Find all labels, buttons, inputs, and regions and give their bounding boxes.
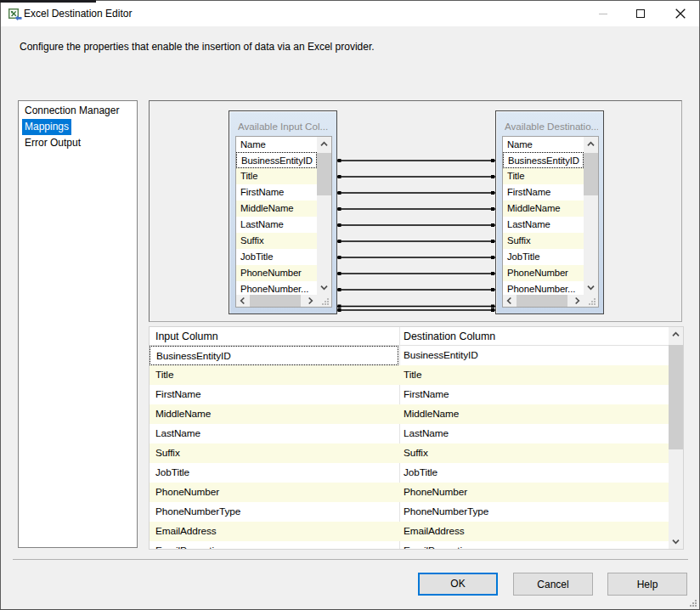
scrollbar-thumb[interactable] <box>669 345 683 449</box>
available-input-columns-box: Available Input Col... NameBusinessEntit… <box>229 110 337 314</box>
close-button[interactable] <box>668 1 693 26</box>
nav-item-mappings[interactable]: Mappings <box>19 119 137 135</box>
mapping-diagram-panel: Available Input Col... NameBusinessEntit… <box>149 100 682 322</box>
scroll-down-icon[interactable] <box>669 534 683 549</box>
bottom-separator <box>13 559 688 560</box>
grid-vertical-scrollbar[interactable] <box>669 327 683 549</box>
maximize-icon <box>636 9 645 18</box>
column-list-item[interactable]: FirstName <box>236 184 317 201</box>
nav-item-label: Connection Manager <box>22 103 121 119</box>
column-list-item[interactable]: LastName <box>503 217 584 233</box>
grid-row: LastNameLastName <box>150 424 669 443</box>
grip-dot <box>322 303 324 305</box>
column-list-item[interactable]: JobTitle <box>236 249 317 265</box>
grid-cell-input[interactable]: JobTitle <box>150 463 398 483</box>
grid-cell-destination[interactable]: MiddleName <box>401 404 667 424</box>
grid-row: MiddleNameMiddleName <box>150 404 669 424</box>
grip-dot <box>589 303 590 305</box>
scroll-left-icon[interactable] <box>236 295 249 307</box>
maximize-button[interactable] <box>629 1 653 26</box>
column-list-item[interactable]: Suffix <box>236 233 317 249</box>
grid-cell-input[interactable]: PhoneNumberType <box>150 502 398 522</box>
column-list-item[interactable]: BusinessEntityID <box>236 152 317 168</box>
grid-cell-input[interactable]: EmailAddress <box>150 522 398 541</box>
grid-cell-input[interactable]: LastName <box>150 424 398 443</box>
column-list-item[interactable]: JobTitle <box>503 249 584 265</box>
scroll-up-icon[interactable] <box>669 327 683 342</box>
input-list-horizontal-scrollbar[interactable] <box>236 295 317 307</box>
grid-cell-input[interactable]: Title <box>150 365 398 385</box>
grip-dot <box>591 301 593 302</box>
column-list-item[interactable]: PhoneNumber... <box>236 281 317 295</box>
destination-list-vertical-scrollbar[interactable] <box>584 137 598 295</box>
destination-box-title: Available Destinatio... <box>505 118 598 135</box>
list-resize-grip <box>317 295 331 307</box>
grid-row: TitleTitle <box>150 365 669 385</box>
scroll-right-icon[interactable] <box>304 295 317 307</box>
column-list-item[interactable]: BusinessEntityID <box>503 152 584 168</box>
column-list-item[interactable]: Title <box>236 168 317 184</box>
grid-cell-input[interactable]: EmailPromotion <box>150 541 398 550</box>
destination-columns-rows: NameBusinessEntityIDTitleFirstNameMiddle… <box>503 137 584 295</box>
window-resize-grip[interactable] <box>690 600 698 608</box>
grid-cell-input[interactable]: FirstName <box>150 385 398 404</box>
scroll-up-icon[interactable] <box>317 137 331 151</box>
cancel-button[interactable]: Cancel <box>513 573 593 596</box>
grid-cell-input[interactable]: PhoneNumber <box>150 483 398 502</box>
grid-row: PhoneNumberPhoneNumber <box>150 483 669 502</box>
grid-cell-input[interactable]: BusinessEntityID <box>150 346 398 365</box>
nav-item-connection-manager[interactable]: Connection Manager <box>19 103 137 119</box>
grid-cell-destination[interactable]: JobTitle <box>401 463 667 483</box>
grid-cell-destination[interactable]: BusinessEntityID <box>401 346 667 365</box>
minimize-button[interactable] <box>591 1 616 26</box>
scroll-right-icon[interactable] <box>571 295 584 307</box>
grid-cell-destination[interactable]: Title <box>401 365 667 385</box>
grip-dot <box>327 298 329 300</box>
grip-dot <box>327 301 329 302</box>
title-bar: Excel Destination Editor <box>1 1 699 26</box>
grid-cell-input[interactable]: Suffix <box>150 443 398 463</box>
column-list-item[interactable]: MiddleName <box>503 201 584 217</box>
grid-cell-destination[interactable]: EmailAddress <box>401 522 667 541</box>
column-list-item[interactable]: Suffix <box>503 233 584 249</box>
column-list-item[interactable]: LastName <box>236 217 317 233</box>
nav-item-label: Error Output <box>22 135 83 151</box>
grid-cell-destination[interactable]: Suffix <box>401 443 667 463</box>
column-list-item[interactable]: PhoneNumber <box>236 265 317 281</box>
grid-header-destination-column: Destination Column <box>404 327 495 346</box>
grid-cell-destination[interactable]: PhoneNumber <box>401 483 667 502</box>
grip-dot <box>692 605 694 607</box>
column-list-item[interactable]: PhoneNumber <box>503 265 584 281</box>
grid-cell-destination[interactable]: EmailPromotion <box>401 541 667 550</box>
scrollbar-thumb[interactable] <box>517 295 567 307</box>
grip-dot <box>591 303 593 305</box>
column-list-item[interactable]: Title <box>503 168 584 184</box>
grip-dot <box>695 605 697 607</box>
help-button[interactable]: Help <box>607 573 687 596</box>
input-list-vertical-scrollbar[interactable] <box>317 137 331 295</box>
scrollbar-thumb[interactable] <box>584 153 598 195</box>
grip-dot <box>594 298 596 300</box>
grip-dot <box>695 602 697 604</box>
dialog-border-top <box>0 0 700 1</box>
scroll-up-icon[interactable] <box>584 137 598 151</box>
scrollbar-thumb[interactable] <box>250 295 301 307</box>
mappings-grid: Input Column Destination Column Business… <box>149 326 684 550</box>
grid-cell-destination[interactable]: LastName <box>401 424 667 443</box>
scrollbar-thumb[interactable] <box>317 153 331 195</box>
dialog-description: Configure the properties that enable the… <box>20 41 375 53</box>
destination-list-horizontal-scrollbar[interactable] <box>503 295 584 307</box>
column-list-item[interactable]: MiddleName <box>236 201 317 217</box>
grid-cell-input[interactable]: MiddleName <box>150 404 398 424</box>
ok-button[interactable]: OK <box>418 573 498 596</box>
grid-row: SuffixSuffix <box>150 443 669 463</box>
column-list-item[interactable]: PhoneNumber... <box>503 281 584 295</box>
scroll-down-icon[interactable] <box>584 280 598 295</box>
nav-item-error-output[interactable]: Error Output <box>19 135 137 151</box>
grid-cell-destination[interactable]: PhoneNumberType <box>401 502 667 522</box>
nav-list: Connection Manager Mappings Error Output <box>19 101 137 151</box>
column-list-item[interactable]: FirstName <box>503 184 584 201</box>
scroll-left-icon[interactable] <box>503 295 516 307</box>
grid-cell-destination[interactable]: FirstName <box>401 385 667 404</box>
scroll-down-icon[interactable] <box>317 280 331 295</box>
